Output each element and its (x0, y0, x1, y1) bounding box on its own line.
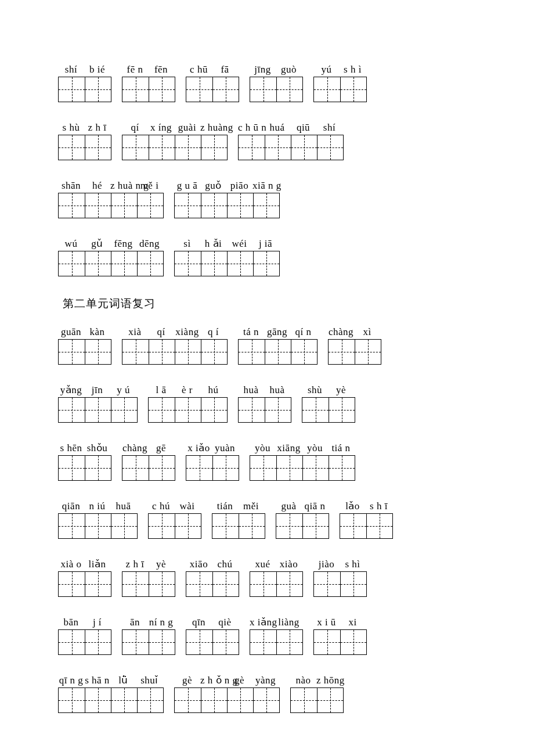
tianzige-cell (340, 514, 366, 538)
word-group: c h ū nhuáqiūshí (238, 122, 344, 160)
tianzige-boxes (250, 455, 355, 481)
tianzige-boxes (174, 687, 280, 713)
word-group: tá ngāngqí n (238, 326, 317, 365)
pinyin-syllable: j iā (252, 238, 279, 250)
pinyin-syllable: yǎng (58, 384, 84, 396)
tianzige-cell (59, 456, 85, 480)
pinyin-syllable: z h ī (122, 559, 148, 570)
tianzige-cell (175, 251, 201, 276)
tianzige-cell (149, 630, 175, 654)
tianzige-cell (329, 398, 355, 422)
tianzige-cell (122, 77, 149, 102)
tianzige-cell (85, 398, 111, 422)
pinyin-syllable: yuàn (212, 442, 238, 454)
pinyin-syllable: lǜ (110, 675, 136, 686)
pinyin-syllable: chàng (122, 442, 148, 454)
pinyin-syllable: z huàng (200, 122, 226, 134)
pinyin-syllable: shù (302, 384, 328, 396)
pinyin-syllable: z hōng (316, 675, 342, 686)
tianzige-boxes (250, 629, 303, 655)
tianzige-cell (149, 340, 175, 364)
tianzige-cell (149, 398, 175, 422)
pinyin-syllable: xì (354, 326, 380, 338)
tianzige-cell (253, 251, 279, 276)
tianzige-cell (85, 572, 111, 596)
tianzige-cell (59, 514, 85, 538)
pinyin-line: tiánměi (212, 501, 265, 512)
pinyin-syllable: fē n (122, 64, 148, 75)
pinyin-syllable: yè (328, 384, 354, 396)
pinyin-syllable: guò (276, 64, 302, 75)
tianzige-cell (276, 630, 302, 654)
pinyin-syllable: xué (250, 559, 276, 570)
word-group: l āè rhú (148, 384, 228, 423)
tianzige-cell (250, 77, 276, 102)
tianzige-cell (265, 135, 291, 160)
word-group: s hùz h ī (58, 122, 111, 160)
word-group: x iǎngliàng (250, 617, 303, 655)
tianzige-cell (340, 77, 366, 102)
pinyin-syllable: jīng (250, 64, 276, 75)
tianzige-cell (149, 572, 175, 596)
tianzige-cell (59, 77, 85, 102)
tianzige-cell (201, 398, 227, 422)
tianzige-cell (212, 514, 239, 538)
tianzige-cell (317, 135, 343, 160)
tianzige-boxes (290, 687, 344, 713)
word-group: shíb ié (58, 64, 111, 102)
tianzige-cell (366, 514, 392, 538)
section-title: 第二单元词语复习 (63, 296, 476, 311)
pinyin-line: qī n gs hā nlǜshuǐ (58, 675, 164, 686)
pinyin-syllable: s hù (58, 122, 84, 134)
pinyin-syllable: huà (264, 384, 290, 396)
row: bānj íānní n gqīnqièx iǎngliàngx i ūxi (58, 617, 476, 658)
tianzige-cell (239, 135, 265, 160)
tianzige-cell (253, 193, 279, 218)
tianzige-cell (111, 688, 137, 712)
tianzige-cell (149, 77, 175, 102)
pinyin-syllable: z h ǒ n g (200, 675, 226, 686)
tianzige-cell (355, 340, 381, 364)
tianzige-cell (175, 688, 201, 712)
row: xià oliǎnz h īyèxiāochúxuéxiàojiàos hì (58, 559, 476, 600)
pinyin-line: sìh ǎiwéij iā (174, 238, 280, 250)
pinyin-syllable: qiū (290, 122, 316, 134)
pinyin-line: jiàos hì (313, 559, 367, 570)
pinyin-syllable: huá (264, 122, 290, 134)
word-group: g u āguǒpiāoxiā n g (174, 180, 280, 218)
tianzige-boxes (238, 135, 344, 160)
pinyin-line: huàhuà (238, 384, 291, 396)
tianzige-boxes (58, 193, 164, 218)
tianzige-boxes (186, 455, 239, 481)
pinyin-syllable: xiāo (186, 559, 212, 570)
pinyin-syllable: jīn (84, 384, 110, 396)
pinyin-line: s hùz h ī (58, 122, 111, 134)
tianzige-cell (137, 688, 163, 712)
tianzige-cell (212, 456, 239, 480)
pinyin-line: shíb ié (58, 64, 111, 75)
word-group: chàngxì (328, 326, 381, 365)
pinyin-syllable: qí n (290, 326, 316, 338)
pinyin-syllable: g u ā (174, 180, 200, 192)
tianzige-cell (85, 340, 111, 364)
tianzige-cell (186, 572, 212, 596)
word-group: x i ūxi (313, 617, 367, 655)
pinyin-syllable: tián (212, 501, 238, 512)
tianzige-cell (122, 630, 149, 654)
pinyin-syllable: shǒu (84, 442, 110, 454)
pinyin-line: lǎos h ī (340, 501, 393, 512)
pinyin-syllable: fēn (148, 64, 174, 75)
tianzige-cell (239, 398, 265, 422)
tianzige-boxes (122, 571, 175, 597)
tianzige-cell (149, 456, 175, 480)
pinyin-syllable: wú (58, 238, 84, 250)
pinyin-syllable: x i ū (313, 617, 340, 628)
word-group: qī n gs hā nlǜshuǐ (58, 675, 164, 713)
word-group: nàoz hōng (290, 675, 344, 713)
pinyin-line: chàngxì (328, 326, 381, 338)
tianzige-cell (253, 688, 279, 712)
pinyin-syllable: xi (340, 617, 366, 628)
pinyin-syllable: shuǐ (136, 675, 163, 686)
tianzige-boxes (328, 339, 381, 365)
pinyin-syllable: c hú (148, 501, 174, 512)
